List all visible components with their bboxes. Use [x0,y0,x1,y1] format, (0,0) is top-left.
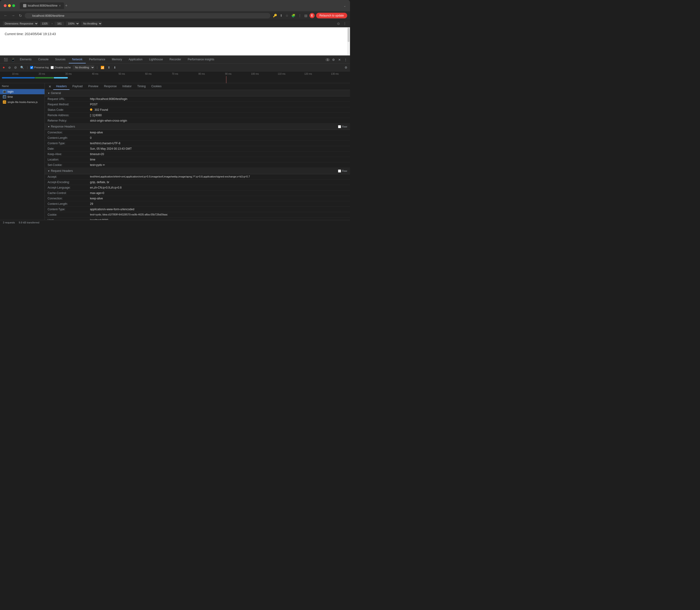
extensions-icon[interactable]: 🧩 [290,13,296,18]
resp-name-set-cookie: Set-Cookie: [48,163,90,167]
devtools-panel: ⬛ 📱 Elements Console Sources Network Per… [0,55,350,225]
responsive-settings-icon[interactable]: ⊙ [336,21,340,26]
timeline-track-2 [35,77,54,79]
refresh-button[interactable]: ↻ [18,13,23,18]
bookmark-icon[interactable]: ☆ [285,13,289,18]
tl-label-1: 20 ms [29,73,55,75]
request-raw-checkbox[interactable] [338,170,341,173]
sub-tab-headers[interactable]: Headers [53,83,69,90]
close-window-button[interactable] [4,4,6,7]
timeline-graph [0,76,350,83]
sub-tab-preview[interactable]: Preview [85,83,101,90]
throttle-select-responsive[interactable]: No throttling [81,21,102,26]
preserve-log-checkbox[interactable] [30,66,33,69]
tl-label-3: 40 ms [82,73,109,75]
new-tab-button[interactable]: + [65,3,68,8]
resp-name-connection: Connection: [48,131,90,134]
file-item-hooks[interactable]: JS single-file-hooks-frames.js [0,99,45,105]
tab-console[interactable]: Console [35,56,52,63]
req-row-accept-language: Accept-Language: en,zh-CN;q=0.9,zh;q=0.8 [45,185,350,190]
sub-tabs: ✕ Headers Payload Preview Response Initi… [45,83,350,90]
req-name-accept-language: Accept-Language: [48,186,90,189]
preserve-log-label[interactable]: Preserve log [30,66,49,69]
tab-elements[interactable]: Elements [16,56,35,63]
width-input[interactable] [40,22,49,26]
header-name-remote: Remote Address: [48,114,90,117]
tab-recorder[interactable]: Recorder [166,56,184,63]
wifi-icon[interactable]: 📶 [100,65,105,70]
responsive-actions: ⊙ ⋮ [336,21,347,26]
devtools-more-icon[interactable]: ⋮ [343,21,347,26]
request-raw-label[interactable]: Raw [338,170,347,173]
network-settings-button[interactable]: ⚙ [344,65,348,70]
active-tab[interactable]: localhost:8080/test/time × [20,2,64,9]
viewport-scrollbar[interactable] [347,27,350,55]
tab-network[interactable]: Network [69,56,86,63]
general-section-title: General [51,92,61,95]
share-icon[interactable]: ⬆ [279,13,283,18]
content-area: Name ⬛ login ⬛ time JS single-file-hooks… [0,83,350,220]
sub-tab-payload[interactable]: Payload [69,83,85,90]
zoom-select[interactable]: 100% [66,21,79,26]
timeline-bar: 10 ms 20 ms 30 ms 40 ms 50 ms 60 ms 70 m… [0,71,350,83]
disable-cache-label[interactable]: Disable cache [51,66,71,69]
back-button[interactable]: ← [3,13,9,18]
minimize-window-button[interactable] [8,4,11,7]
search-button[interactable]: 🔍 [19,65,25,70]
profile-icon[interactable]: E [310,13,315,18]
req-name-connection: Connection: [48,197,90,200]
response-raw-checkbox[interactable] [338,125,341,128]
tab-lighthouse[interactable]: Lighthouse [146,56,166,63]
devtools-close-button[interactable]: ✕ [337,57,342,62]
devtools-more-button[interactable]: ⋮ [343,57,348,62]
filter-button[interactable]: ⊘ [13,65,18,70]
req-value-cookie: test=yyds; ldea-d1f785ff=84328570-ea9b-4… [90,213,347,216]
export-button[interactable]: ⬇ [113,65,117,70]
devtools-icon[interactable]: ▤ [304,13,308,18]
resp-row-content-length: Content-Length: 0 [45,135,350,141]
tl-label-7: 80 ms [188,73,215,75]
devtools-inspector-icon[interactable]: ⬛ [2,57,10,62]
general-section-header[interactable]: ▼ General [45,90,350,96]
response-raw-label[interactable]: Raw [338,125,347,128]
file-item-time[interactable]: ⬛ time [0,94,45,99]
tab-close-button[interactable]: × [59,4,61,7]
header-value-url[interactable]: http://localhost:8080/test/login [90,97,347,101]
file-item-login[interactable]: ⬛ login [0,89,45,94]
file-name-time: time [7,95,13,98]
disable-cache-checkbox[interactable] [51,66,54,69]
import-button[interactable]: ⬆ [107,65,111,70]
toolbar-separator-2: | [97,66,98,69]
devtools-settings-button[interactable]: ⚙ [331,57,336,62]
forward-button[interactable]: → [10,13,16,18]
resp-row-connection: Connection: keep-alive [45,130,350,135]
scrollbar-thumb[interactable] [348,28,350,42]
throttle-select[interactable]: No throttling [73,65,95,70]
sub-tab-response[interactable]: Response [101,83,119,90]
tab-memory[interactable]: Memory [109,56,125,63]
sub-tabs-close-button[interactable]: ✕ [47,84,53,89]
tab-application[interactable]: Application [125,56,146,63]
dimensions-select[interactable]: Dimensions: Responsive [3,21,38,26]
relaunch-to-update-button[interactable]: Relaunch to update [316,13,347,18]
sub-tab-initiator[interactable]: Initiator [119,83,134,90]
record-button[interactable]: ● [2,65,6,70]
tab-sources[interactable]: Sources [52,56,69,63]
tab-performance-insights[interactable]: Performance insights [184,56,218,63]
request-section-header[interactable]: ▼ Request Headers Raw [45,168,350,174]
sub-tab-timing[interactable]: Timing [134,83,149,90]
clear-button[interactable]: ⊘ [7,65,12,70]
response-section-header[interactable]: ▼ Response Headers Raw [45,124,350,130]
browser-window: localhost:8080/test/time × + ⌄ ← → ↻ 🔑 ⬆… [0,0,350,225]
tab-performance[interactable]: Performance [86,56,109,63]
sub-tab-cookies[interactable]: Cookies [148,83,164,90]
height-input[interactable] [55,22,64,26]
general-arrow-icon: ▼ [48,92,50,95]
chrome-menu-icon[interactable]: ⋮ [298,13,302,18]
maximize-window-button[interactable] [12,4,15,7]
notifications-badge: 1 [326,58,330,61]
timeline-labels: 10 ms 20 ms 30 ms 40 ms 50 ms 60 ms 70 m… [0,71,350,76]
devtools-device-icon[interactable]: 📱 [10,57,16,62]
address-bar[interactable] [25,13,270,18]
header-name-method: Request Method: [48,103,90,106]
